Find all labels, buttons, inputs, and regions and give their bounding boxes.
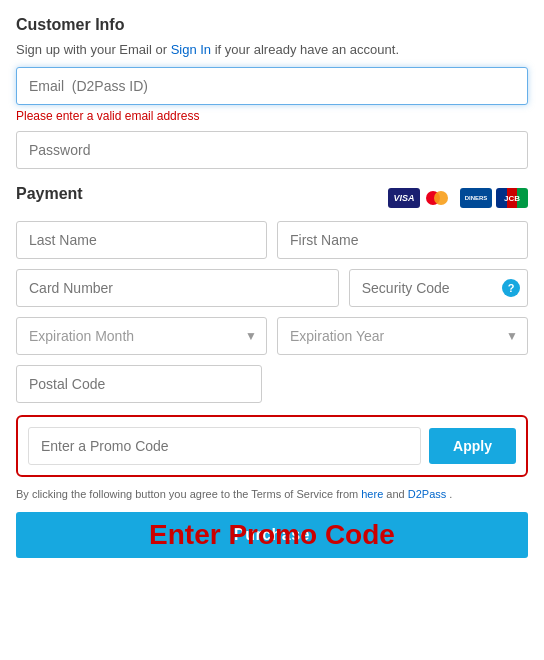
password-wrapper xyxy=(16,131,528,169)
card-number-wrapper xyxy=(16,269,339,307)
promo-section: Apply xyxy=(16,415,528,477)
promo-code-input[interactable] xyxy=(28,427,421,465)
email-wrapper xyxy=(16,67,528,105)
terms-text: By clicking the following button you agr… xyxy=(16,487,528,502)
expiration-month-wrapper: Expiration Month JanuaryFebruaryMarch Ap… xyxy=(16,317,267,355)
email-input[interactable] xyxy=(16,67,528,105)
customer-info-section: Customer Info Sign up with your Email or… xyxy=(16,16,528,169)
expiration-year-select[interactable]: Expiration Year 202420252026 20272028202… xyxy=(277,317,528,355)
last-name-input[interactable] xyxy=(16,221,267,259)
diners-icon: DINERS xyxy=(460,188,492,208)
security-help-icon[interactable]: ? xyxy=(502,279,520,297)
mastercard-icon xyxy=(424,188,456,208)
card-number-input[interactable] xyxy=(16,269,339,307)
visa-icon: VISA xyxy=(388,188,420,208)
security-code-wrapper: ? xyxy=(349,269,528,307)
card-row: ? xyxy=(16,269,528,307)
apply-button[interactable]: Apply xyxy=(429,428,516,464)
payment-header: Payment VISA DINERS JCB xyxy=(16,185,528,211)
signin-link[interactable]: Sign In xyxy=(171,42,211,57)
postal-code-wrapper xyxy=(16,365,262,403)
payment-card-icons: VISA DINERS JCB xyxy=(388,188,528,208)
expiration-year-wrapper: Expiration Year 202420252026 20272028202… xyxy=(277,317,528,355)
expiry-row: Expiration Month JanuaryFebruaryMarch Ap… xyxy=(16,317,528,355)
payment-section: Payment VISA DINERS JCB ? Expiration Mon xyxy=(16,185,528,558)
signup-text: Sign up with your Email or Sign In if yo… xyxy=(16,42,528,57)
customer-info-title: Customer Info xyxy=(16,16,528,34)
d2pass-link[interactable]: D2Pass xyxy=(408,488,447,500)
name-row xyxy=(16,221,528,259)
first-name-input[interactable] xyxy=(277,221,528,259)
postal-code-input[interactable] xyxy=(16,365,262,403)
terms-here-link[interactable]: here xyxy=(361,488,383,500)
jcb-icon: JCB xyxy=(496,188,528,208)
payment-title: Payment xyxy=(16,185,83,203)
purchase-section: Purchase Enter Promo Code xyxy=(16,512,528,558)
expiration-month-select[interactable]: Expiration Month JanuaryFebruaryMarch Ap… xyxy=(16,317,267,355)
purchase-button[interactable]: Purchase xyxy=(16,512,528,558)
email-error-text: Please enter a valid email address xyxy=(16,109,528,123)
password-input[interactable] xyxy=(16,131,528,169)
